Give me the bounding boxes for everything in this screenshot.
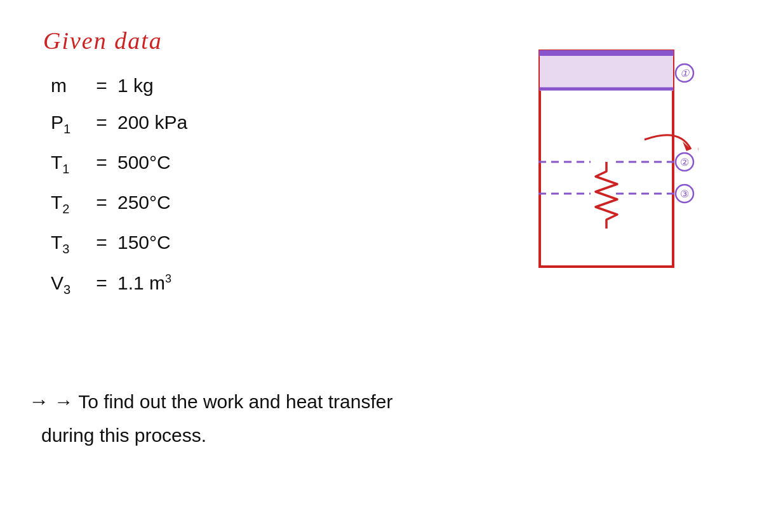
var-t1: T1 bbox=[51, 153, 86, 175]
data-row-m: m = 1 kg bbox=[51, 76, 187, 95]
equals-p1: = bbox=[86, 113, 117, 132]
page: Given data m = 1 kg P1 = 200 kPa T1 = 50… bbox=[0, 0, 762, 532]
val-t2: 250°C bbox=[117, 193, 171, 212]
given-title: Given data bbox=[43, 27, 163, 55]
svg-rect-1 bbox=[540, 51, 673, 56]
arrow-right-icon: → bbox=[29, 390, 49, 413]
given-data-section: m = 1 kg P1 = 200 kPa T1 = 500°C T2 = 25… bbox=[51, 76, 187, 314]
equals-v3: = bbox=[86, 274, 117, 293]
data-row-p1: P1 = 200 kPa bbox=[51, 113, 187, 135]
objective-line1: → → To find out the work and heat transf… bbox=[29, 390, 392, 413]
svg-rect-3 bbox=[540, 88, 673, 90]
data-row-v3: V3 = 1.1 m3 bbox=[51, 273, 187, 296]
data-row-t2: T2 = 250°C bbox=[51, 193, 187, 215]
objective-line2: during this process. bbox=[29, 425, 392, 446]
val-t1: 500°C bbox=[117, 153, 171, 172]
data-row-t1: T1 = 500°C bbox=[51, 153, 187, 175]
objective-section: → → To find out the work and heat transf… bbox=[29, 390, 392, 446]
equals-t3: = bbox=[86, 233, 117, 252]
val-p1: 200 kPa bbox=[117, 113, 187, 132]
svg-text:Q: Q bbox=[697, 138, 698, 157]
var-m: m bbox=[51, 76, 86, 95]
val-m: 1 kg bbox=[117, 76, 154, 95]
equals-m: = bbox=[86, 76, 117, 95]
val-v3: 1.1 m3 bbox=[117, 273, 171, 293]
svg-rect-2 bbox=[540, 56, 673, 91]
var-t2: T2 bbox=[51, 193, 86, 215]
var-v3: V3 bbox=[51, 274, 86, 296]
svg-text:③: ③ bbox=[680, 189, 689, 199]
data-row-t3: T3 = 150°C bbox=[51, 233, 187, 255]
var-t3: T3 bbox=[51, 233, 86, 255]
var-p1: P1 bbox=[51, 113, 86, 135]
objective-text: → To find out the work and heat transfer bbox=[54, 391, 392, 412]
val-t3: 150°C bbox=[117, 233, 171, 252]
equals-t2: = bbox=[86, 193, 117, 212]
thermodynamic-diagram: ① Q ② ③ bbox=[527, 38, 698, 279]
equals-t1: = bbox=[86, 153, 117, 172]
svg-text:①: ① bbox=[680, 68, 690, 79]
svg-text:②: ② bbox=[680, 157, 689, 168]
